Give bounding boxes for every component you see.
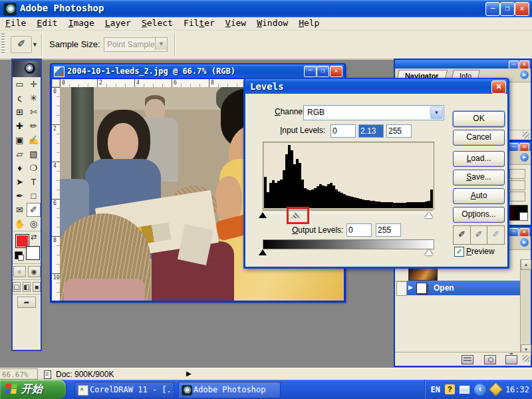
navigator-palette-header[interactable]: ─ ✕ [395, 60, 531, 68]
set-white-point-eyedropper[interactable]: ✐ [487, 226, 504, 244]
set-gray-point-eyedropper[interactable]: ✐ [471, 226, 488, 244]
close-button[interactable]: ✕ [515, 2, 529, 16]
palette-menu-arrow-icon[interactable]: ▶ [520, 238, 529, 247]
menu-layer[interactable]: Layer [100, 17, 136, 29]
sample-size-dropdown-icon[interactable]: ▼ [155, 38, 167, 50]
history-open-row[interactable]: ▶ Open [395, 281, 522, 295]
tool-path-selection[interactable]: ➤ [13, 175, 27, 189]
output-black-slider[interactable] [259, 249, 267, 255]
tool-zoom[interactable]: ◎ [27, 217, 41, 231]
levels-ok-button[interactable]: OK [453, 111, 505, 127]
menu-image[interactable]: Image [63, 17, 100, 29]
input-white-field[interactable] [386, 124, 412, 138]
tool-eraser[interactable]: ▱ [13, 147, 27, 161]
output-white-field[interactable] [376, 223, 401, 237]
tool-history-brush[interactable]: ✍ [27, 133, 41, 147]
levels-titlebar[interactable]: Levels ✕ [245, 79, 508, 94]
menu-help[interactable]: Help [293, 17, 325, 29]
input-black-field[interactable] [331, 124, 356, 138]
sample-size-combobox[interactable]: Point Sample ▼ [104, 37, 168, 52]
tool-blur[interactable]: ♦ [13, 161, 27, 175]
tool-magic-wand[interactable]: ✳ [27, 91, 41, 105]
doc-maximize-button[interactable]: ❐ [317, 66, 329, 77]
background-color-swatch[interactable] [26, 246, 40, 260]
tool-healing-brush[interactable]: ✚ [13, 119, 27, 133]
new-document-from-state-icon[interactable] [462, 355, 473, 364]
set-black-point-eyedropper[interactable]: ✐ [454, 226, 471, 244]
tool-type[interactable]: T [27, 175, 41, 189]
tool-hand[interactable]: ✋ [13, 217, 27, 231]
black-point-slider[interactable] [259, 212, 267, 218]
tool-pen[interactable]: ✒ [13, 189, 27, 203]
color-slider-field[interactable] [509, 169, 525, 179]
tool-brush[interactable]: ✏ [27, 119, 41, 133]
palette-menu-arrow-icon[interactable]: ▶ [520, 153, 529, 162]
eyedropper-tool-icon[interactable]: ✐ [11, 36, 32, 53]
levels-save-button[interactable]: Save... [453, 170, 505, 186]
swap-colors-icon[interactable]: ⇄ [31, 233, 37, 241]
input-gamma-field[interactable] [358, 124, 384, 138]
menu-edit[interactable]: Edit [31, 17, 63, 29]
zoom-level-field[interactable]: 66.67% [0, 368, 38, 380]
maximize-button[interactable]: ❐ [500, 2, 515, 16]
color-ramp-white-swatch[interactable] [519, 212, 527, 220]
scroll-up-icon[interactable]: ▲ [521, 259, 531, 270]
levels-close-button[interactable]: ✕ [491, 80, 506, 94]
palette-resize-grip[interactable] [523, 355, 529, 362]
tool-crop[interactable]: ⊞ [13, 105, 27, 119]
standard-mode-button[interactable]: ○ [13, 266, 26, 277]
history-source-well[interactable] [396, 281, 407, 296]
tool-shape[interactable]: □ [27, 189, 41, 203]
channel-combobox[interactable]: RGB ▼ [303, 105, 444, 120]
options-bar-grip[interactable] [1, 33, 5, 55]
color-slider-field[interactable] [509, 180, 525, 190]
messenger-tray-icon[interactable] [489, 382, 503, 396]
levels-cancel-button[interactable]: Cancel [453, 130, 505, 146]
white-point-slider[interactable] [425, 212, 433, 218]
fullscreen-mode-button[interactable]: ■ [33, 282, 41, 292]
tool-slice[interactable]: ✄ [27, 105, 41, 119]
doc-minimize-button[interactable]: ─ [304, 66, 317, 77]
menu-filter[interactable]: Filter [178, 17, 220, 29]
levels-load-button[interactable]: Load... [453, 151, 505, 167]
output-black-field[interactable] [346, 223, 372, 237]
tool-notes[interactable]: ✉ [13, 203, 27, 217]
tool-eyedropper[interactable]: ✐ [27, 203, 41, 217]
doc-close-button[interactable]: ✕ [330, 66, 342, 77]
output-white-slider[interactable] [425, 249, 433, 255]
delete-state-icon[interactable] [505, 355, 517, 364]
tool-rectangular-marquee[interactable]: ▭ [13, 77, 27, 91]
taskbar-item-coreldraw[interactable]: CorelDRAW 11 - [... [74, 382, 174, 398]
jump-to-imageready-button[interactable]: ➦ [17, 297, 36, 308]
palette-resize-grip[interactable] [523, 132, 529, 138]
document-titlebar[interactable]: 2004-10-1-leeds_2.jpg @ 66.7% (RGB) ─ ❐ … [51, 65, 344, 78]
standard-screen-mode-button[interactable]: ▢ [13, 282, 21, 292]
menu-view[interactable]: View [220, 17, 251, 29]
levels-auto-button[interactable]: Auto [453, 188, 505, 204]
color-slider-field[interactable] [509, 192, 525, 201]
channel-dropdown-icon[interactable]: ▼ [430, 106, 443, 119]
taskbar-item-photoshop[interactable]: Adobe Photoshop [178, 382, 281, 398]
language-indicator[interactable]: EN [430, 385, 440, 394]
hide-icons-chevron-icon[interactable]: ‹ [474, 384, 486, 396]
palette-menu-arrow-icon[interactable]: ▶ [520, 70, 529, 79]
menu-select[interactable]: Select [136, 17, 178, 29]
update-tray-icon[interactable] [460, 386, 469, 394]
menu-window[interactable]: Window [251, 17, 293, 29]
preview-checkbox[interactable]: ✓ [454, 247, 464, 257]
tool-clone-stamp[interactable]: ▣ [13, 133, 27, 147]
tool-move[interactable]: ✛ [27, 77, 41, 91]
tool-preset-arrow-icon[interactable]: ▼ [32, 41, 38, 48]
tool-dodge[interactable]: ❍ [27, 161, 41, 175]
fullscreen-with-menubar-mode-button[interactable]: ◧ [23, 282, 31, 292]
levels-options-button[interactable]: Options... [453, 207, 505, 223]
menu-file[interactable]: File [0, 17, 31, 29]
start-button[interactable]: 开始 [0, 380, 66, 399]
tool-lasso[interactable]: ς [13, 91, 27, 105]
history-scrollbar[interactable]: ▲ ▼ [520, 259, 531, 355]
help-badge-icon[interactable]: ? [445, 384, 455, 394]
history-open-highlight[interactable]: ▶ Open [407, 281, 522, 295]
default-colors-icon[interactable] [15, 251, 23, 259]
status-expand-icon[interactable]: ▶ [186, 370, 192, 377]
new-snapshot-icon[interactable] [484, 355, 496, 364]
